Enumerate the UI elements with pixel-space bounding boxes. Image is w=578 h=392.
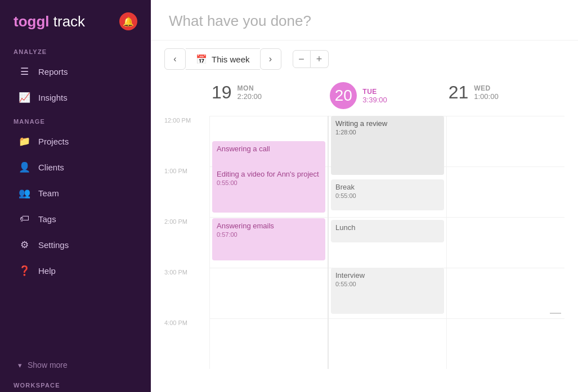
grid-days: Answering a call Editing a video for Ann… bbox=[209, 116, 564, 392]
event-break[interactable]: Break 0:55:00 bbox=[331, 179, 444, 210]
logo-track: track bbox=[50, 13, 86, 30]
grid-col-mon: Answering a call Editing a video for Ann… bbox=[209, 116, 328, 369]
hour-300-mon bbox=[210, 268, 328, 318]
hour-1200-wed bbox=[447, 116, 564, 166]
sidebar-item-help[interactable]: ❓ Help bbox=[5, 258, 146, 283]
time-100: 1:00 PM bbox=[164, 166, 209, 217]
manage-label: MANAGE bbox=[0, 110, 151, 128]
time-col-spacer bbox=[164, 82, 209, 114]
chevron-down-icon: ▾ bbox=[18, 361, 22, 370]
hour-400-mon bbox=[210, 318, 328, 369]
analyze-label: ANALYZE bbox=[0, 40, 151, 58]
hour-400-tue bbox=[329, 318, 446, 369]
time-1200: 12:00 PM bbox=[164, 116, 209, 166]
zoom-group: − + bbox=[293, 50, 329, 68]
day-headers: 19 MON 2:20:00 20 TUE 3:39:00 bbox=[151, 74, 578, 114]
event-answering-emails[interactable]: Answering emails 0:57:00 bbox=[212, 218, 325, 260]
reports-icon: ☰ bbox=[18, 65, 30, 78]
day-header-wed: 21 WED 1:00:00 bbox=[446, 82, 564, 114]
grid-col-tue: Writing a review 1:28:00 Break 0:55:00 L… bbox=[328, 116, 446, 369]
day-name-mon: MON bbox=[238, 84, 262, 92]
main-content: What have you done? ‹ 📅 This week › − + … bbox=[151, 0, 578, 392]
calendar-icon: 📅 bbox=[196, 54, 207, 65]
main-header: What have you done? bbox=[151, 0, 578, 40]
day-name-tue: TUE bbox=[362, 88, 387, 96]
sidebar-item-label-insights: Insights bbox=[38, 93, 68, 102]
calendar-grid: 12:00 PM 1:00 PM 2:00 PM 3:00 PM 4:00 PM… bbox=[151, 116, 578, 392]
sidebar-item-team[interactable]: 👥 Team bbox=[5, 181, 146, 205]
logo: toggl track bbox=[14, 13, 85, 30]
show-more-button[interactable]: ▾ Show more bbox=[5, 355, 146, 375]
event-writing-review[interactable]: Writing a review 1:28:00 bbox=[331, 116, 444, 175]
day-total-tue: 3:39:00 bbox=[362, 96, 387, 104]
sidebar-item-clients[interactable]: 👤 Clients bbox=[5, 155, 146, 179]
hour-100-wed bbox=[447, 166, 564, 217]
tags-icon: 🏷 bbox=[18, 213, 30, 225]
sidebar-item-label-projects: Projects bbox=[38, 137, 69, 146]
help-icon: ❓ bbox=[18, 264, 30, 277]
day-num-20: 20 bbox=[330, 82, 357, 109]
event-editing-video[interactable]: Editing a video for Ann's project 0:55:0… bbox=[212, 166, 325, 213]
event-duration: 0:57:00 bbox=[217, 231, 321, 238]
sidebar-item-settings[interactable]: ⚙ Settings bbox=[5, 232, 146, 257]
event-title: Interview bbox=[335, 271, 440, 280]
day-columns-header: 19 MON 2:20:00 20 TUE 3:39:00 bbox=[209, 82, 564, 114]
hour-300-wed bbox=[447, 268, 564, 318]
zoom-in-button[interactable]: + bbox=[311, 50, 329, 68]
sidebar-item-insights[interactable]: 📈 Insights bbox=[5, 85, 146, 110]
sidebar-item-reports[interactable]: ☰ Reports bbox=[5, 59, 146, 84]
prev-week-button[interactable]: ‹ bbox=[164, 48, 186, 70]
sidebar-item-label-reports: Reports bbox=[38, 67, 68, 76]
sidebar-logo-area: toggl track 🔔 bbox=[0, 0, 151, 40]
insights-icon: 📈 bbox=[18, 91, 30, 103]
event-title: Break bbox=[335, 183, 440, 191]
day-total-wed: 1:00:00 bbox=[474, 92, 498, 101]
sidebar: toggl track 🔔 ANALYZE ☰ Reports 📈 Insigh… bbox=[0, 0, 151, 392]
workspace-label: WORKSPACE bbox=[0, 376, 151, 392]
event-lunch[interactable]: Lunch bbox=[331, 220, 444, 242]
day-num-21: 21 bbox=[449, 82, 469, 103]
sidebar-item-label-clients: Clients bbox=[38, 163, 64, 172]
event-interview[interactable]: Interview 0:55:00 bbox=[331, 268, 444, 314]
sidebar-item-projects[interactable]: 📁 Projects bbox=[5, 129, 146, 154]
notification-bell[interactable]: 🔔 bbox=[119, 12, 137, 30]
time-400: 4:00 PM bbox=[164, 318, 209, 369]
hour-200-wed bbox=[447, 217, 564, 268]
time-300: 3:00 PM bbox=[164, 268, 209, 318]
settings-icon: ⚙ bbox=[18, 238, 30, 251]
projects-icon: 📁 bbox=[18, 135, 30, 147]
week-selector[interactable]: 📅 This week bbox=[186, 48, 260, 70]
event-title: Writing a review bbox=[335, 119, 440, 128]
sidebar-item-label-team: Team bbox=[38, 188, 59, 198]
sidebar-item-label-tags: Tags bbox=[38, 214, 56, 224]
event-title: Answering emails bbox=[217, 222, 321, 230]
next-week-button[interactable]: › bbox=[260, 48, 281, 70]
event-answering-call[interactable]: Answering a call bbox=[212, 141, 325, 169]
event-title: Answering a call bbox=[217, 145, 321, 153]
sidebar-item-label-help: Help bbox=[38, 266, 56, 276]
wed-indicator bbox=[550, 313, 561, 314]
day-header-mon: 19 MON 2:20:00 bbox=[209, 82, 328, 114]
team-icon: 👥 bbox=[18, 187, 30, 199]
zoom-out-button[interactable]: − bbox=[293, 50, 311, 68]
logo-toggl: toggl bbox=[14, 13, 50, 30]
sidebar-item-tags[interactable]: 🏷 Tags bbox=[5, 206, 146, 231]
day-header-tue: 20 TUE 3:39:00 bbox=[328, 82, 446, 114]
day-total-mon: 2:20:00 bbox=[238, 92, 262, 101]
clients-icon: 👤 bbox=[18, 161, 30, 173]
event-duration: 0:55:00 bbox=[217, 179, 321, 186]
day-name-wed: WED bbox=[474, 84, 498, 92]
page-title: What have you done? bbox=[169, 12, 560, 30]
event-title: Editing a video for Ann's project bbox=[217, 170, 321, 178]
hour-400-wed bbox=[447, 318, 564, 369]
time-200: 2:00 PM bbox=[164, 217, 209, 268]
grid-col-wed bbox=[446, 116, 564, 369]
event-title: Lunch bbox=[335, 223, 440, 232]
event-duration: 0:55:00 bbox=[335, 281, 440, 287]
week-label: This week bbox=[212, 55, 250, 64]
event-duration: 1:28:00 bbox=[335, 129, 440, 136]
calendar-toolbar: ‹ 📅 This week › − + bbox=[151, 40, 578, 70]
time-column: 12:00 PM 1:00 PM 2:00 PM 3:00 PM 4:00 PM bbox=[164, 116, 209, 392]
day-num-19: 19 bbox=[212, 82, 232, 103]
sidebar-item-label-settings: Settings bbox=[38, 240, 69, 250]
